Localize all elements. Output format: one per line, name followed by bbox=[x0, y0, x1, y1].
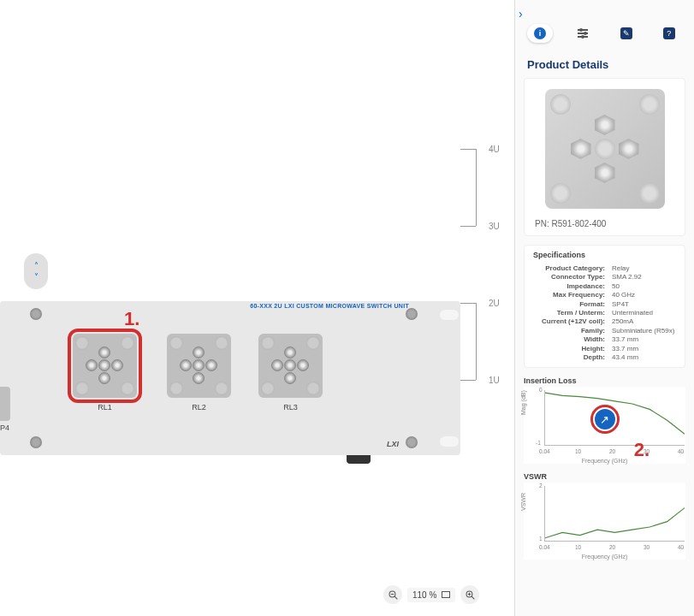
screw-icon bbox=[406, 436, 418, 448]
tab-settings[interactable] bbox=[570, 24, 596, 43]
ru-2u: 2U bbox=[489, 299, 500, 308]
relay-label: RL3 bbox=[258, 403, 323, 412]
screw-icon bbox=[30, 308, 42, 320]
relay-image bbox=[73, 334, 137, 398]
spec-row: Product Category:Relay bbox=[533, 264, 676, 273]
question-icon: ? bbox=[663, 27, 675, 39]
nav-down-button[interactable]: ˅ bbox=[34, 272, 39, 281]
spec-row: Max Frequency:40 GHz bbox=[533, 291, 676, 299]
spec-row: Term / Unterm:Unterminated bbox=[533, 309, 676, 317]
section-title: Product Details bbox=[515, 48, 694, 78]
spec-value: SP4T bbox=[612, 300, 629, 309]
partial-module[interactable] bbox=[0, 387, 10, 421]
spec-row: Connector Type:SMA 2.92 bbox=[533, 273, 676, 281]
svg-line-1 bbox=[394, 596, 397, 599]
specs-heading: Specifications bbox=[533, 251, 676, 259]
chart-insertion-loss: Insertion Loss Mag (dB) ↗ 0 -1 0.04 10 2… bbox=[524, 376, 685, 464]
relay-label: RL1 bbox=[73, 403, 137, 412]
chart-ylabel: Mag (dB) bbox=[520, 391, 526, 416]
chassis-title: 60-XXX 2U LXI CUSTOM MICROWAVE SWITCH UN… bbox=[250, 303, 409, 309]
chart-plot-area bbox=[544, 486, 685, 542]
details-panel: › i ✎ ? Product Details PN: R591-802-400… bbox=[514, 0, 694, 616]
nav-up-button[interactable]: ˄ bbox=[34, 261, 39, 270]
spec-row: Family:Subminiature (R59x) bbox=[533, 327, 676, 335]
spec-value: Unterminated bbox=[612, 309, 653, 317]
spec-key: Format: bbox=[533, 300, 612, 309]
relay-image bbox=[258, 334, 323, 398]
spec-value: 33.7 mm bbox=[612, 335, 638, 344]
svg-line-4 bbox=[472, 596, 474, 599]
ru-4u: 4U bbox=[489, 145, 500, 154]
chart-ylabel: VSWR bbox=[520, 493, 526, 511]
design-canvas[interactable]: 4U 3U 2U 1U ˄ ˅ 60-XXX 2U LXI CUSTOM MIC… bbox=[0, 0, 513, 616]
ru-3u: 3U bbox=[489, 222, 500, 231]
spec-key: Impedance: bbox=[533, 282, 612, 291]
spec-value: Subminiature (R59x) bbox=[612, 327, 674, 335]
collapse-panel-button[interactable]: › bbox=[519, 7, 523, 21]
spec-card: Specifications Product Category:RelayCon… bbox=[524, 245, 685, 368]
ru-1u: 1U bbox=[489, 376, 500, 385]
chart-xlabel: Frequency (GHz) bbox=[582, 554, 628, 560]
spec-key: Width: bbox=[533, 335, 612, 344]
relay-rl3[interactable]: RL3 bbox=[258, 334, 323, 419]
relay-image bbox=[167, 334, 231, 398]
zoom-level-label: 110 % bbox=[407, 588, 455, 602]
spec-value: 250mA bbox=[612, 317, 633, 326]
spec-key: Depth: bbox=[533, 353, 612, 362]
info-icon: i bbox=[534, 27, 546, 39]
relay-rl2[interactable]: RL2 bbox=[167, 334, 231, 419]
spec-row: Height:33.7 mm bbox=[533, 345, 676, 353]
relay-label: RL2 bbox=[167, 403, 231, 412]
handle-slot bbox=[440, 310, 459, 320]
spec-value: 50 bbox=[612, 282, 620, 291]
chassis: 60-XXX 2U LXI CUSTOM MICROWAVE SWITCH UN… bbox=[0, 301, 460, 455]
spec-key: Connector Type: bbox=[533, 273, 612, 281]
rack-ruler: 4U 3U 2U 1U bbox=[460, 0, 512, 616]
product-image bbox=[545, 89, 665, 209]
spec-key: Max Frequency: bbox=[533, 291, 612, 299]
chart-title: Insertion Loss bbox=[524, 376, 685, 385]
spec-key: Term / Unterm: bbox=[533, 309, 612, 317]
spec-row: Depth:43.4 mm bbox=[533, 353, 676, 362]
relay-rl1[interactable]: RL1 bbox=[73, 334, 137, 419]
tab-edit[interactable]: ✎ bbox=[614, 24, 639, 43]
zoom-in-button[interactable] bbox=[460, 585, 479, 604]
screw-icon bbox=[406, 308, 418, 320]
spec-value: Relay bbox=[612, 264, 629, 273]
chart-vswr: VSWR VSWR 2 1 0.04 10 20 30 40 Frequency… bbox=[524, 472, 685, 560]
chart-title: VSWR bbox=[524, 472, 685, 481]
annotation-circle: ↗ bbox=[590, 405, 620, 434]
zoom-controls: 110 % bbox=[383, 585, 479, 604]
screw-icon bbox=[30, 436, 42, 448]
tab-help[interactable]: ? bbox=[656, 24, 682, 43]
chart-xlabel: Frequency (GHz) bbox=[582, 458, 628, 464]
spec-row: Width:33.7 mm bbox=[533, 335, 676, 344]
spec-value: 43.4 mm bbox=[612, 353, 638, 362]
part-number: PN: R591-802-400 bbox=[530, 214, 679, 230]
spec-value: 33.7 mm bbox=[612, 345, 638, 353]
annotation-marker-2: 2. bbox=[634, 439, 650, 461]
spec-key: Product Category: bbox=[533, 264, 612, 273]
handle-slot bbox=[440, 436, 459, 447]
lxi-logo: LXI bbox=[387, 440, 399, 448]
fit-icon[interactable] bbox=[442, 591, 450, 598]
expand-chart-button[interactable]: ↗ bbox=[595, 409, 615, 429]
spec-key: Family: bbox=[533, 327, 612, 335]
tab-info[interactable]: i bbox=[527, 24, 553, 43]
annotation-marker-1: 1. bbox=[124, 308, 139, 330]
product-card: PN: R591-802-400 bbox=[524, 78, 685, 236]
edit-icon: ✎ bbox=[620, 27, 632, 39]
spec-value: SMA 2.92 bbox=[612, 273, 642, 281]
sliders-icon bbox=[577, 27, 589, 39]
spec-key: Current (+12V coil): bbox=[533, 317, 612, 326]
chassis-foot bbox=[347, 455, 371, 464]
layer-nav-pill: ˄ ˅ bbox=[24, 253, 48, 289]
spec-row: Impedance:50 bbox=[533, 282, 676, 291]
spec-row: Current (+12V coil):250mA bbox=[533, 317, 676, 326]
spec-row: Format:SP4T bbox=[533, 300, 676, 309]
spec-value: 40 GHz bbox=[612, 291, 635, 299]
partial-module-label: P4 bbox=[0, 424, 9, 432]
zoom-out-button[interactable] bbox=[383, 585, 402, 604]
panel-tabbar: i ✎ ? bbox=[515, 0, 694, 48]
spec-key: Height: bbox=[533, 345, 612, 353]
